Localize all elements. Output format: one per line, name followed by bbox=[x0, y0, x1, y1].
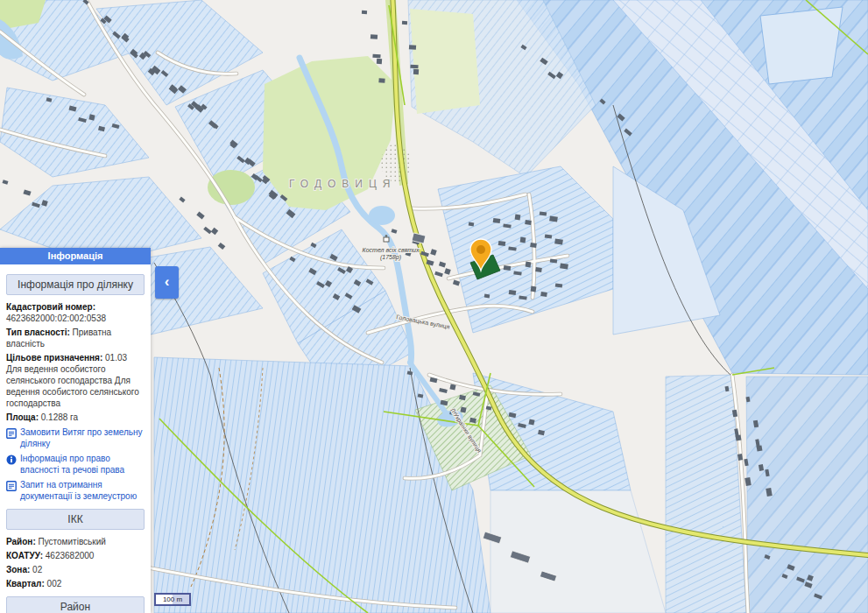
ikk-zona-value: 02 bbox=[32, 565, 42, 574]
ikk-kvartal-row: Квартал: 002 bbox=[6, 578, 145, 589]
cadastral-number-row: Кадастровий номер: 4623682000:02:002:053… bbox=[6, 301, 145, 324]
ikk-koatuu-row: КОАТУУ: 4623682000 bbox=[6, 550, 145, 561]
ikk-zona-label: Зона: bbox=[6, 565, 30, 574]
app-window: ГОДОВИЦЯ Костел всіх святих (1758р) Голо… bbox=[0, 0, 868, 613]
section-header-parcel: Інформація про ділянку bbox=[6, 274, 145, 295]
info-panel: Інформація Інформація про ділянку Кадаст… bbox=[0, 248, 151, 613]
ownership-info-link[interactable]: Інформація про право власності та речові… bbox=[6, 454, 145, 476]
section-header-rayon: Район bbox=[6, 596, 145, 613]
area-value: 0.1288 га bbox=[41, 412, 78, 422]
ownership-info-label: Інформація про право власності та речові… bbox=[20, 454, 124, 475]
ikk-kvartal-label: Квартал: bbox=[6, 579, 45, 588]
ikk-rayon-label: Район: bbox=[6, 537, 36, 546]
ikk-kvartal-value: 002 bbox=[47, 579, 62, 588]
area-row: Площа: 0.1288 га bbox=[6, 412, 145, 423]
document-icon bbox=[6, 428, 17, 439]
document-icon bbox=[6, 481, 17, 491]
ikk-rayon-value: Пустомитівський bbox=[39, 537, 106, 546]
scale-bar: 100 m bbox=[154, 593, 191, 606]
section-header-ikk: ІКК bbox=[6, 509, 145, 530]
order-extract-link[interactable]: Замовити Витяг про земельну ділянку bbox=[6, 427, 145, 449]
cadastral-number-label: Кадастровий номер: bbox=[6, 301, 145, 313]
panel-title: Інформація bbox=[0, 248, 151, 264]
ikk-koatuu-label: КОАТУУ: bbox=[6, 551, 43, 560]
panel-collapse-button[interactable]: ‹ bbox=[155, 266, 179, 299]
chevron-left-icon: ‹ bbox=[165, 273, 170, 290]
info-icon bbox=[6, 454, 17, 465]
cadastral-number-value: 4623682000:02:002:0538 bbox=[6, 314, 106, 323]
ownership-row: Тип власності: Приватна власність bbox=[6, 327, 145, 349]
ikk-koatuu-value: 4623682000 bbox=[46, 551, 95, 560]
documentation-request-link[interactable]: Запит на отримання документації із земле… bbox=[6, 480, 145, 502]
order-extract-label: Замовити Витяг про земельну ділянку bbox=[20, 427, 143, 448]
documentation-request-label: Запит на отримання документації із земле… bbox=[20, 480, 137, 501]
church-label-line2: (1758р) bbox=[380, 254, 401, 261]
area-label: Площа: bbox=[6, 412, 39, 422]
settlement-label: ГОДОВИЦЯ bbox=[289, 178, 397, 190]
ikk-zona-row: Зона: 02 bbox=[6, 564, 145, 575]
church-label-line1: Костел всіх святих bbox=[363, 247, 420, 253]
purpose-row: Цільове призначення: 01.03 Для ведення о… bbox=[6, 352, 145, 409]
ikk-rayon-row: Район: Пустомитівський bbox=[6, 536, 145, 547]
scale-bar-label: 100 m bbox=[163, 595, 182, 603]
ownership-label: Тип власності: bbox=[6, 328, 70, 337]
purpose-label: Цільове призначення: bbox=[6, 353, 102, 363]
